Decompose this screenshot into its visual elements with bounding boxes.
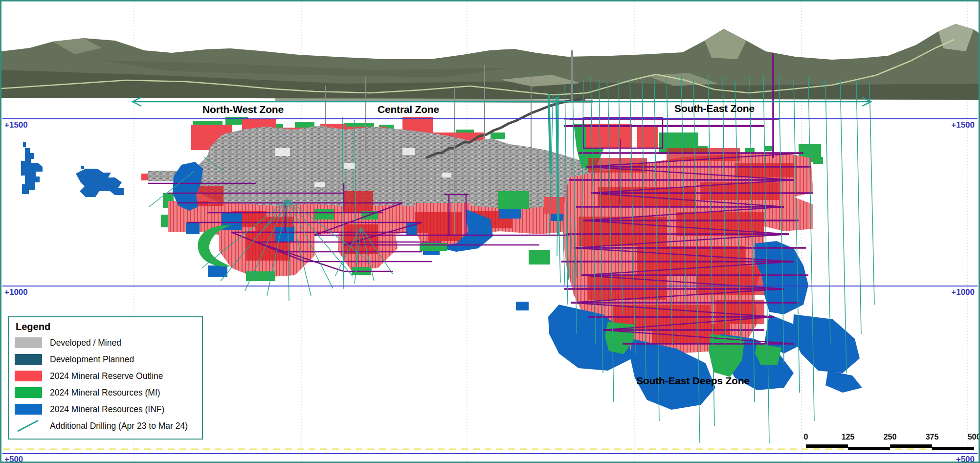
scale-bar-tick-label: 250 xyxy=(884,433,897,441)
scale-bar-segment xyxy=(932,447,974,450)
northwest-central-orebody xyxy=(141,117,637,281)
elevation-label-500-right: +500 xyxy=(956,455,975,463)
scale-bar-tick-label: 375 xyxy=(926,433,939,441)
drill-hole-trace xyxy=(856,80,861,334)
drill-hole-trace xyxy=(808,77,814,421)
legend-item: 2024 Mineral Reserve Outline xyxy=(15,368,202,384)
legend-item: 2024 Mineral Resources (MI) xyxy=(15,384,202,401)
legend-title: Legend xyxy=(16,321,202,332)
scale-bar-segment xyxy=(890,444,932,448)
elevation-label-1000-right: +1000 xyxy=(951,287,975,297)
elevation-label-1500-right: +1500 xyxy=(951,120,975,130)
legend-swatch xyxy=(15,404,42,415)
scale-bar-tick-label: 500 xyxy=(968,433,980,441)
drill-hole-trace xyxy=(869,82,874,305)
elevation-label-1500-left: +1500 xyxy=(4,120,28,130)
legend-item-label: 2024 Mineral Reserve Outline xyxy=(50,371,163,381)
legend-item: Developed / Mined xyxy=(15,334,202,351)
legend-items: Developed / MinedDevelopment Planned2024… xyxy=(9,334,202,434)
legend-swatch xyxy=(15,337,42,348)
legend-swatch xyxy=(15,371,42,381)
isolated-inf-blobs xyxy=(21,142,124,197)
legend-item: Development Planned xyxy=(15,351,202,368)
elevation-label-1000-left: +1000 xyxy=(4,287,28,297)
legend-item-label: 2024 Mineral Resources (INF) xyxy=(50,404,164,415)
scale-bar-tick-label: 0 xyxy=(804,433,808,441)
se-reserve-upper-chunk2 xyxy=(637,126,658,148)
scale-bar: 0125250375500 xyxy=(802,433,980,453)
elevation-label-500-left: +500 xyxy=(4,455,23,463)
scale-bar-segment xyxy=(806,444,848,448)
legend-item: 2024 Mineral Resources (INF) xyxy=(15,401,202,418)
scale-bar-segment xyxy=(848,447,890,450)
zone-label-central: Central Zone xyxy=(378,104,439,115)
terrain-surface xyxy=(1,24,979,103)
long-section-figure: North-West Zone Central Zone South-East … xyxy=(0,0,980,463)
legend: Legend Developed / MinedDevelopment Plan… xyxy=(8,316,203,440)
additional-drilling-line-icon xyxy=(15,419,42,433)
legend-item-label: 2024 Mineral Resources (MI) xyxy=(50,388,160,398)
scale-bar-tick-label: 125 xyxy=(842,433,855,441)
legend-item-label: Additional Drilling (Apr 23 to Mar 24) xyxy=(50,421,188,431)
legend-item-label: Development Planned xyxy=(50,354,134,365)
legend-item-label: Developed / Mined xyxy=(50,338,121,348)
zone-label-south-east: South-East Zone xyxy=(674,103,755,114)
legend-swatch xyxy=(15,354,42,365)
legend-item: Additional Drilling (Apr 23 to Mar 24) xyxy=(15,418,202,434)
zone-label-north-west: North-West Zone xyxy=(202,104,284,115)
legend-swatch xyxy=(15,387,42,398)
zone-label-south-east-deeps: South-East Deeps Zone xyxy=(636,375,750,387)
